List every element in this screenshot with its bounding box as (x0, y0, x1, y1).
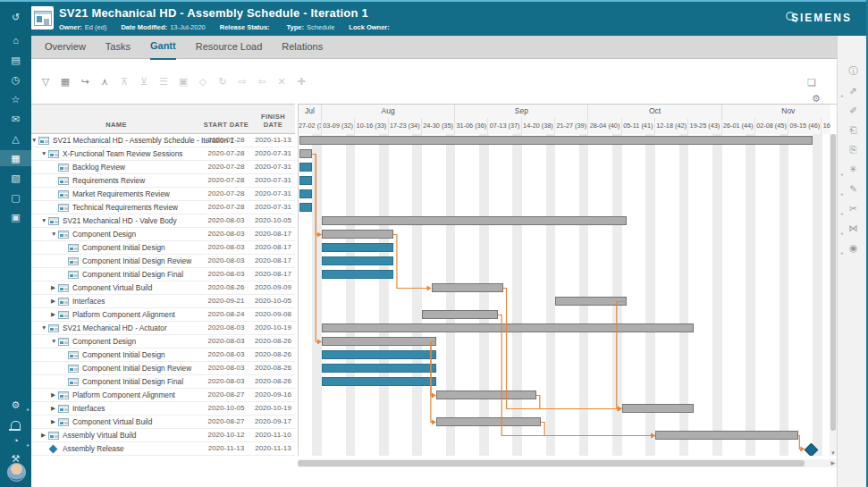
table-row[interactable]: ▼SV21 Mechanical HD - Valve Body2020-08-… (31, 214, 295, 228)
scroll-down-arrow-icon[interactable]: ▼ (830, 450, 837, 456)
summary-bar[interactable] (436, 417, 541, 426)
summary-bar[interactable] (322, 337, 436, 346)
column-header-finish-date[interactable]: FINISH DATE (251, 113, 295, 129)
summary-bar[interactable] (322, 230, 393, 239)
table-row[interactable]: ▶Platform Component Alignment2020-08-272… (31, 389, 295, 402)
open-in-new-icon[interactable]: ⇗◂ (838, 82, 868, 98)
report-icon[interactable]: ▢ (0, 189, 31, 206)
expand-arrow-icon[interactable]: ▶ (51, 416, 58, 428)
inbox-icon[interactable]: ✉ (0, 111, 31, 127)
attach-icon[interactable]: ✐ (838, 102, 868, 118)
table-row[interactable]: Component Initial Design Final2020-08-03… (31, 375, 295, 389)
alerts-icon[interactable]: △ (0, 130, 31, 147)
column-header-start-date[interactable]: START DATE (203, 121, 249, 129)
tab-overview[interactable]: Overview (45, 36, 86, 59)
collapse-arrow-icon[interactable]: ▼ (41, 322, 48, 334)
summary-bar[interactable] (622, 404, 694, 413)
user-avatar[interactable] (7, 463, 26, 482)
table-edit-icon[interactable]: ▦ (60, 76, 71, 88)
table-row[interactable]: ▼Component Design2020-08-032020-08-17 (31, 228, 295, 241)
task-bar[interactable] (322, 377, 436, 386)
workspace-icon[interactable]: ▧ (0, 170, 31, 186)
snapshot-icon[interactable]: ✳◂ (838, 161, 868, 177)
table-row[interactable]: ▶Component Virtual Build2020-08-262020-0… (31, 281, 295, 295)
summary-bar[interactable] (436, 390, 536, 399)
summary-bar[interactable] (422, 310, 498, 319)
link-tasks-icon[interactable]: ↪ (80, 76, 90, 88)
tab-relations[interactable]: Relations (282, 36, 323, 59)
notifications-bell-icon[interactable] (0, 415, 31, 431)
collapse-arrow-icon[interactable]: ▼ (41, 214, 48, 227)
filter-icon[interactable]: ▽ (40, 76, 51, 88)
home-icon[interactable]: ⌂ (0, 32, 31, 48)
collapse-arrow-icon[interactable]: ▼ (41, 147, 48, 160)
table-row[interactable]: ▼X-Functional Team Review Sessions2020-0… (31, 147, 295, 161)
table-row[interactable]: Component Initial Design Review2020-08-0… (31, 255, 295, 268)
schedule-manager-icon[interactable]: ▦ (0, 150, 31, 166)
share-icon[interactable]: ⋈◂ (838, 220, 868, 236)
task-bar[interactable] (322, 350, 436, 359)
expand-arrow-icon[interactable]: ▶ (51, 389, 58, 401)
table-row[interactable]: Component Initial Design2020-08-032020-0… (31, 348, 295, 362)
task-bar[interactable] (299, 163, 312, 172)
task-bar[interactable] (322, 270, 393, 279)
table-row[interactable]: Technical Requirements Review2020-07-282… (31, 201, 295, 214)
expand-arrow-icon[interactable]: ▶ (51, 402, 58, 415)
vertical-scroll-thumb[interactable] (830, 134, 836, 431)
table-row[interactable]: Component Initial Design Final2020-08-03… (31, 268, 295, 281)
summary-bar[interactable] (655, 431, 798, 440)
task-bar[interactable] (322, 364, 436, 373)
back-icon[interactable]: ↺ (0, 9, 31, 25)
favorites-icon[interactable]: ☆ (0, 91, 31, 107)
table-row[interactable]: Component Initial Design Review2020-08-0… (31, 362, 295, 375)
table-row[interactable]: ▼SV21 Mechanical HD - Actuator2020-08-03… (31, 322, 295, 335)
task-bar[interactable] (299, 189, 312, 198)
expand-arrow-icon[interactable]: ▶ (41, 429, 48, 441)
summary-bar[interactable] (322, 216, 627, 225)
cut-icon[interactable]: ✂◂ (838, 200, 868, 216)
edit-icon[interactable]: ✎◂ (838, 181, 868, 197)
expand-arrow-icon[interactable]: ▶ (51, 281, 58, 294)
gantt-horizontal-scrollbar[interactable]: ▶ (298, 459, 837, 467)
summary-bar[interactable] (555, 297, 627, 306)
help-icon[interactable]: ◔▸ (0, 432, 31, 449)
expand-arrow-icon[interactable]: ▶ (51, 308, 58, 321)
gantt-vertical-scrollbar[interactable]: ▼ (830, 134, 837, 456)
task-bar[interactable] (299, 203, 312, 212)
horizontal-scroll-thumb[interactable] (298, 460, 805, 466)
table-row[interactable]: Backlog Review2020-07-282020-07-31 (31, 161, 295, 174)
follow-icon[interactable]: ◉◂ (838, 239, 868, 256)
table-row[interactable]: ▼Component Design2020-08-032020-08-26 (31, 335, 295, 348)
column-header-name[interactable]: NAME (31, 121, 201, 129)
summary-bar[interactable] (299, 136, 813, 145)
table-row[interactable]: Requirements Review2020-07-282020-07-31 (31, 174, 295, 188)
table-row[interactable]: ▶Platform Component Alignment2020-08-242… (31, 308, 295, 322)
tab-tasks[interactable]: Tasks (105, 36, 131, 59)
summary-bar[interactable] (299, 149, 312, 158)
assign-icon[interactable]: ⋏ (99, 76, 110, 88)
summary-bar[interactable] (432, 283, 503, 292)
tab-resource-load[interactable]: Resource Load (196, 36, 263, 59)
table-row[interactable]: ▶Interfaces2020-10-052020-10-19 (31, 402, 295, 416)
settings-icon[interactable]: ⚙▸ (0, 397, 31, 413)
table-row[interactable]: Component Initial Design2020-08-032020-0… (31, 241, 295, 255)
copy-icon[interactable]: ⎗ (838, 122, 868, 138)
expand-arrow-icon[interactable]: ▶ (51, 295, 58, 307)
document-icon[interactable]: ▣ (0, 209, 31, 225)
table-row[interactable]: Market Requirements Review2020-07-282020… (31, 188, 295, 201)
table-row[interactable]: Assembly Release2020-11-132020-11-13 (31, 442, 295, 456)
summary-bar[interactable] (322, 323, 694, 332)
recent-icon[interactable]: ◷ (0, 71, 31, 88)
table-row[interactable]: ▶Component Virtual Build2020-08-272020-0… (31, 416, 295, 429)
task-bar[interactable] (322, 256, 393, 265)
collapse-arrow-icon[interactable]: ▼ (51, 335, 58, 348)
folder-icon[interactable]: ▤ (0, 52, 31, 68)
collapse-arrow-icon[interactable]: ▼ (51, 228, 58, 240)
task-bar[interactable] (299, 176, 312, 185)
fullscreen-icon[interactable]: ❏ (807, 77, 816, 88)
collapse-arrow-icon[interactable]: ▼ (31, 134, 38, 147)
table-row[interactable]: ▼SV21 Mechanical HD - Assembly Schedule … (31, 134, 295, 147)
paste-icon[interactable]: ⎘ (838, 141, 868, 157)
gantt-settings-gear-icon[interactable]: ⚙ (812, 93, 821, 105)
table-row[interactable]: ▶Interfaces2020-09-212020-10-05 (31, 295, 295, 308)
